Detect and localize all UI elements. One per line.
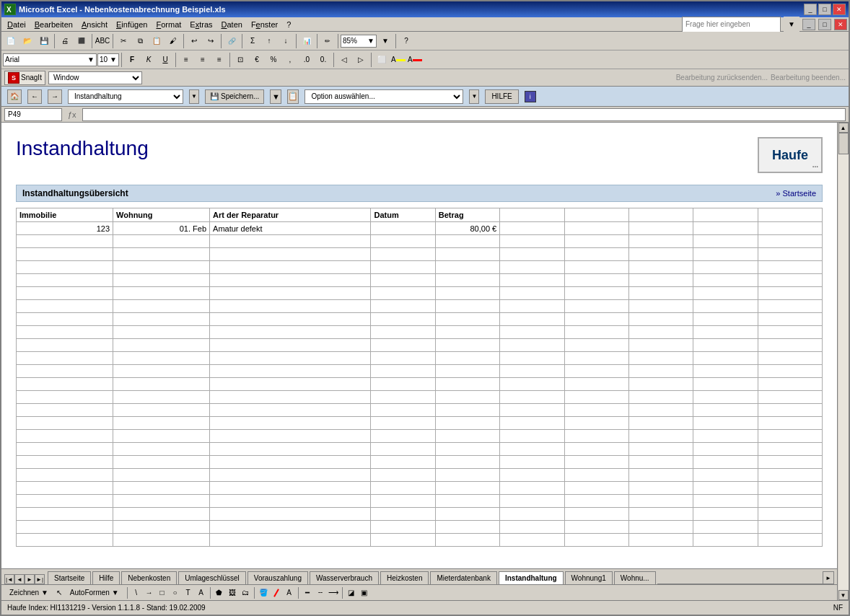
table-row[interactable] bbox=[17, 404, 823, 417]
table-cell[interactable] bbox=[500, 313, 564, 326]
picture-icon[interactable]: 🗂 bbox=[240, 587, 251, 599]
table-cell[interactable] bbox=[435, 326, 499, 339]
table-cell[interactable] bbox=[693, 352, 758, 365]
table-cell[interactable] bbox=[113, 404, 210, 417]
table-cell[interactable] bbox=[693, 456, 758, 469]
font-size-box[interactable]: 10 ▼ bbox=[97, 53, 119, 66]
table-cell[interactable] bbox=[500, 222, 564, 235]
table-cell[interactable] bbox=[500, 417, 564, 430]
save-button[interactable]: 💾 bbox=[36, 33, 52, 49]
3d-icon[interactable]: ▣ bbox=[359, 587, 370, 599]
help-minimize-button[interactable]: _ bbox=[802, 19, 815, 30]
table-cell[interactable] bbox=[564, 339, 628, 352]
table-cell[interactable] bbox=[758, 274, 822, 287]
table-cell[interactable] bbox=[758, 495, 822, 508]
fill-icon[interactable]: 🪣 bbox=[258, 587, 269, 599]
table-cell[interactable] bbox=[500, 430, 564, 443]
haufe-option-dropdown[interactable]: Option auswählen... bbox=[304, 89, 463, 104]
help-search-button[interactable]: ▼ bbox=[784, 17, 799, 32]
table-cell[interactable] bbox=[758, 443, 822, 456]
table-cell[interactable] bbox=[693, 235, 758, 248]
table-cell[interactable] bbox=[500, 443, 564, 456]
table-cell[interactable] bbox=[500, 261, 564, 274]
table-cell[interactable] bbox=[210, 352, 371, 365]
autoformen-button[interactable]: AutoFormen ▼ bbox=[65, 586, 124, 599]
chart-button[interactable]: 📊 bbox=[299, 33, 315, 49]
table-cell[interactable] bbox=[17, 534, 113, 547]
snagit-window-select[interactable]: Window bbox=[48, 71, 142, 84]
format-painter-button[interactable]: 🖌 bbox=[165, 33, 181, 49]
table-cell[interactable] bbox=[693, 222, 758, 235]
help-close-button[interactable]: ✕ bbox=[834, 19, 847, 30]
table-row[interactable] bbox=[17, 378, 823, 391]
table-cell[interactable] bbox=[210, 378, 371, 391]
table-cell[interactable] bbox=[758, 261, 822, 274]
tab-nebenkosten[interactable]: Nebenkosten bbox=[121, 571, 177, 584]
diagram-icon[interactable]: ⬟ bbox=[214, 587, 225, 599]
table-cell[interactable] bbox=[210, 404, 371, 417]
textbox-icon[interactable]: T bbox=[183, 587, 194, 599]
help-restore-button[interactable]: □ bbox=[818, 19, 831, 30]
table-cell[interactable] bbox=[758, 417, 822, 430]
table-cell[interactable] bbox=[564, 482, 628, 495]
align-left-button[interactable]: ≡ bbox=[178, 52, 194, 68]
menu-help[interactable]: ? bbox=[282, 19, 295, 30]
table-cell[interactable] bbox=[371, 313, 435, 326]
table-cell[interactable] bbox=[758, 326, 822, 339]
table-cell[interactable] bbox=[500, 508, 564, 521]
cursor-icon[interactable]: ↖ bbox=[55, 589, 63, 597]
table-cell[interactable] bbox=[500, 404, 564, 417]
haufe-save-button[interactable]: 💾 Speichern... bbox=[205, 89, 264, 104]
table-cell[interactable] bbox=[210, 365, 371, 378]
table-cell[interactable] bbox=[17, 391, 113, 404]
tab-last-button[interactable]: ►| bbox=[35, 574, 45, 584]
underline-button[interactable]: U bbox=[157, 52, 173, 68]
table-cell[interactable] bbox=[435, 261, 499, 274]
table-cell[interactable] bbox=[113, 287, 210, 300]
table-cell[interactable] bbox=[758, 469, 822, 482]
table-cell[interactable] bbox=[17, 417, 113, 430]
table-cell[interactable] bbox=[435, 391, 499, 404]
table-cell[interactable] bbox=[564, 521, 628, 534]
table-cell[interactable] bbox=[693, 274, 758, 287]
table-cell[interactable] bbox=[628, 456, 693, 469]
table-cell[interactable] bbox=[564, 391, 628, 404]
table-cell[interactable] bbox=[17, 261, 113, 274]
table-cell[interactable] bbox=[17, 443, 113, 456]
table-cell[interactable] bbox=[693, 508, 758, 521]
table-cell[interactable] bbox=[435, 274, 499, 287]
table-row[interactable] bbox=[17, 261, 823, 274]
table-cell[interactable] bbox=[628, 365, 693, 378]
align-center-button[interactable]: ≡ bbox=[195, 52, 211, 68]
table-cell[interactable] bbox=[371, 534, 435, 547]
table-cell[interactable] bbox=[113, 261, 210, 274]
table-cell[interactable] bbox=[693, 404, 758, 417]
table-row[interactable] bbox=[17, 300, 823, 313]
table-row[interactable] bbox=[17, 456, 823, 469]
tab-startseite[interactable]: Startseite bbox=[48, 571, 91, 584]
table-cell[interactable] bbox=[371, 248, 435, 261]
tab-heizkosten[interactable]: Heizkosten bbox=[380, 571, 429, 584]
help-search-input[interactable] bbox=[682, 17, 781, 32]
table-cell[interactable] bbox=[693, 339, 758, 352]
table-cell[interactable] bbox=[628, 313, 693, 326]
table-row[interactable] bbox=[17, 326, 823, 339]
table-cell[interactable] bbox=[113, 430, 210, 443]
decimal-dec-button[interactable]: 0. bbox=[315, 52, 331, 68]
table-cell[interactable] bbox=[628, 287, 693, 300]
table-cell[interactable] bbox=[693, 378, 758, 391]
table-cell[interactable] bbox=[500, 495, 564, 508]
table-cell[interactable] bbox=[628, 482, 693, 495]
menu-ansicht[interactable]: Ansicht bbox=[77, 19, 112, 30]
table-cell[interactable] bbox=[371, 443, 435, 456]
table-row[interactable] bbox=[17, 365, 823, 378]
table-cell[interactable] bbox=[210, 495, 371, 508]
currency-button[interactable]: € bbox=[249, 52, 265, 68]
table-cell[interactable] bbox=[371, 495, 435, 508]
undo-button[interactable]: ↩ bbox=[186, 33, 202, 49]
sort-desc-button[interactable]: ↓ bbox=[278, 33, 294, 49]
table-cell[interactable] bbox=[210, 443, 371, 456]
table-cell[interactable] bbox=[758, 456, 822, 469]
table-cell[interactable] bbox=[693, 300, 758, 313]
table-cell[interactable] bbox=[371, 469, 435, 482]
